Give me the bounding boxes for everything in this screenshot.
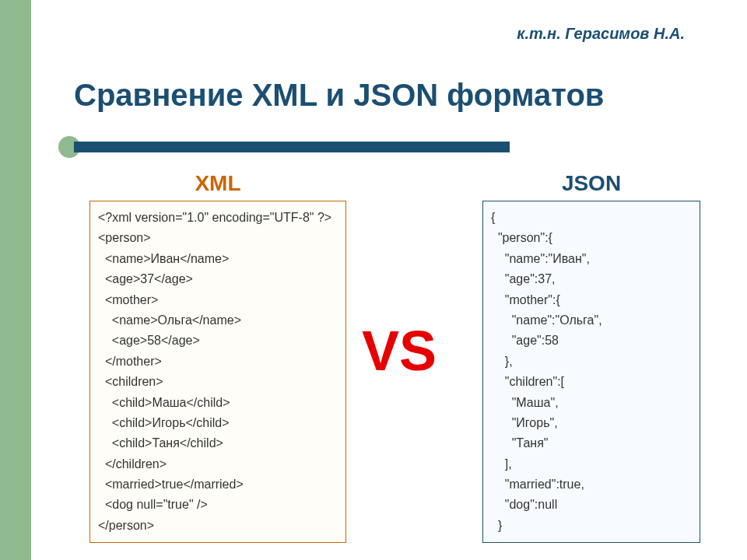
xml-column: XML <?xml version="1.0" encoding="UTF-8"… bbox=[89, 171, 346, 543]
vs-label: VS bbox=[362, 319, 437, 383]
slide: к.т.н. Герасимов Н.А. Сравнение XML и JS… bbox=[0, 0, 747, 560]
xml-code-box: <?xml version="1.0" encoding="UTF-8" ?> … bbox=[89, 201, 346, 543]
xml-heading: XML bbox=[89, 171, 346, 196]
json-code-box: { "person":{ "name":"Иван", "age":37, "m… bbox=[482, 201, 700, 543]
title-underline bbox=[74, 142, 510, 152]
json-heading: JSON bbox=[482, 171, 700, 196]
content-area: XML <?xml version="1.0" encoding="UTF-8"… bbox=[74, 171, 716, 552]
slide-title: Сравнение XML и JSON форматов bbox=[74, 78, 604, 113]
json-column: JSON { "person":{ "name":"Иван", "age":3… bbox=[482, 171, 700, 543]
author-credit: к.т.н. Герасимов Н.А. bbox=[517, 25, 685, 43]
